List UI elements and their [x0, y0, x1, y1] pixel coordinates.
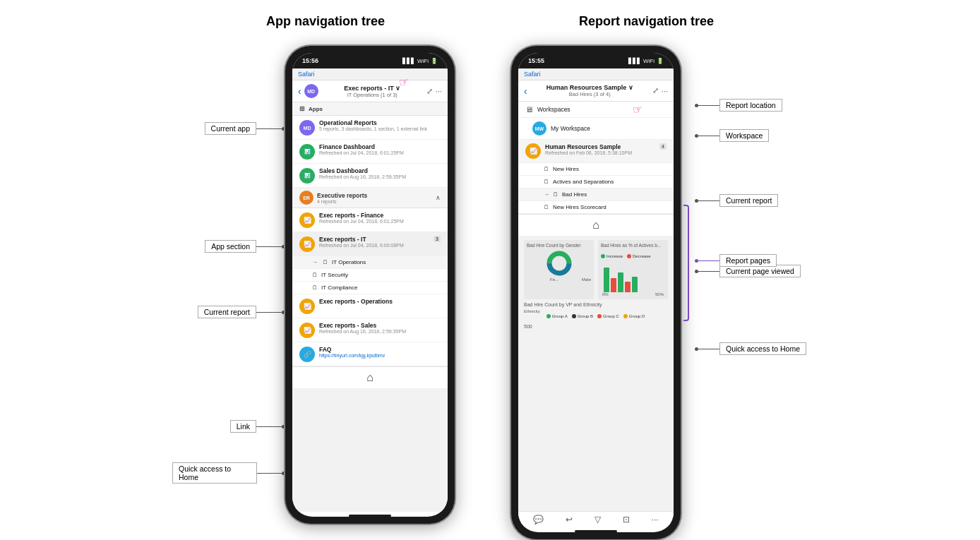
left-status-bar: 15:56 ▋▋▋ WiFi 🔋 — [292, 53, 448, 68]
undo-icon[interactable]: ↩ — [566, 515, 573, 524]
finance-dashboard-item[interactable]: 📊 Finance Dashboard Refreshed on Jul 04,… — [292, 140, 448, 164]
right-expand-icon[interactable]: ⤢ — [652, 86, 659, 95]
left-user-avatar: MD — [304, 84, 318, 98]
scorecard-page[interactable]: 🗒 New Hires Scorecard — [518, 201, 674, 214]
it-ops-title: IT Operations — [332, 259, 366, 265]
finance-sub: Refreshed on Jul 04, 2018, 6:01:25PM — [319, 150, 441, 155]
sales-text: Sales Dashboard Refreshed on Aug 16, 201… — [319, 167, 441, 179]
quick-access-left-label: Quick access to Home — [172, 462, 257, 484]
sales-dashboard-item[interactable]: 📊 Sales Dashboard Refreshed on Aug 16, 2… — [292, 164, 448, 188]
exec-chevron[interactable]: ∧ — [436, 194, 441, 201]
faq-text: FAQ https://tinyurl.com/kjg,kjsdbmv — [319, 346, 441, 358]
axis-50: 50% — [655, 292, 664, 296]
right-more-icon[interactable]: ··· — [662, 87, 668, 95]
annotation-quick-access-left: Quick access to Home — [172, 462, 285, 484]
axis-0: 0% — [602, 292, 609, 296]
left-phone-shell: 15:56 ▋▋▋ WiFi 🔋 Safari — [285, 46, 455, 524]
it-comp-icon: 🗒 — [312, 284, 318, 291]
it-security-item[interactable]: 🗒 IT Security — [292, 269, 448, 282]
workspaces-header[interactable]: 🖥 Workspaces — [518, 102, 674, 118]
bar1 — [604, 268, 609, 292]
actives-separations-page[interactable]: 🗒 Actives and Separations — [518, 176, 674, 188]
it-compliance-item[interactable]: 🗒 IT Compliance — [292, 282, 448, 294]
chart3-value: 500 — [524, 324, 668, 329]
annotation-current-report-right: Current report — [695, 194, 778, 207]
faq-title: FAQ — [319, 346, 441, 353]
right-top-bar: ‹ Human Resources Sample ∨ Bad Hires (3 … — [518, 80, 674, 102]
bad-hires-page[interactable]: → 🗒 Bad Hires — [518, 188, 674, 201]
exec-finance-text: Exec reports - Finance Refreshed on Jul … — [319, 212, 441, 224]
faq-link[interactable]: https://tinyurl.com/kjg,kjsdbmv — [319, 353, 441, 358]
left-avatar-initials: MD — [307, 89, 315, 94]
ethnicity-label-prefix: Ethnicity — [524, 309, 540, 322]
right-title-block: Human Resources Sample ∨ Bad Hires (3 of… — [530, 84, 650, 97]
annotation-report-pages: Report pages — [695, 254, 777, 267]
exec-it-item[interactable]: 📈 Exec reports - IT Refreshed on Jul 04,… — [292, 232, 448, 256]
decrease-legend: Decrease — [627, 249, 651, 262]
signal-icon: ▋▋▋ — [402, 58, 415, 64]
bar3 — [618, 272, 623, 292]
my-workspace-item[interactable]: MW My Workspace — [518, 118, 674, 140]
left-phone: 15:56 ▋▋▋ WiFi 🔋 Safari — [285, 46, 455, 524]
hr-sample-report-item[interactable]: 📈 Human Resources Sample Refreshed on Fe… — [518, 140, 674, 163]
new-hires-page[interactable]: 🗒 New Hires — [518, 163, 674, 176]
it-comp-title: IT Compliance — [321, 284, 357, 291]
ann-line-current-report — [256, 312, 282, 313]
right-annotations: Report location Workspace Current report — [695, 46, 808, 498]
exec-finance-avatar: 📈 — [299, 212, 315, 228]
ann-line-quick-access — [257, 473, 282, 474]
ann-line-link — [256, 426, 282, 427]
more-toolbar-icon[interactable]: ··· — [652, 515, 659, 524]
left-phone-wrapper: Current app App section Current report — [172, 46, 455, 524]
hr-report-avatar: 📈 — [525, 143, 541, 159]
left-more-icon[interactable]: ··· — [436, 87, 442, 95]
operational-reports-item[interactable]: MD Operational Reports 5 reports, 3 dash… — [292, 116, 448, 140]
faq-item[interactable]: 🔗 FAQ https://tinyurl.com/kjg,kjsdbmv — [292, 342, 448, 366]
left-home-button[interactable]: ⌂ — [366, 371, 374, 384]
pages-icon[interactable]: ⊡ — [623, 515, 630, 524]
wifi-icon: WiFi — [417, 58, 429, 64]
group-c-legend: Group C — [597, 309, 619, 322]
right-main-title: Human Resources Sample ∨ — [546, 84, 633, 91]
right-home-button[interactable]: ⌂ — [592, 219, 599, 232]
left-safari-label: Safari — [298, 71, 315, 78]
ethnicity-legend: Ethnicity Group A Group B Group C Group … — [524, 309, 668, 322]
left-main-title: Exec reports - IT ∨ — [344, 85, 400, 92]
bar-axis: 0% 50% — [601, 292, 665, 296]
exec-it-title: Exec reports - IT — [319, 236, 429, 243]
bad-hires-arrow: → — [544, 191, 549, 198]
it-ops-arrow: → — [312, 259, 318, 265]
exec-it-badge: 3 — [434, 236, 441, 242]
my-workspace-avatar: MW — [532, 121, 546, 136]
left-expand-icon[interactable]: ⤢ — [426, 87, 433, 96]
exec-group-icon: ER — [299, 191, 313, 205]
exec-reports-section[interactable]: ER Executive reports 4 reports ∧ — [292, 188, 448, 208]
right-screen-content: 🖥 Workspaces MW My Workspace 📈 — [518, 102, 674, 511]
it-operations-item[interactable]: → 🗒 IT Operations — [292, 256, 448, 269]
exec-icon-text: ER — [303, 196, 310, 200]
exec-ops-item[interactable]: 📈 Exec reports - Operations — [292, 294, 448, 318]
annotation-current-report-left: Current report — [198, 306, 285, 318]
exec-ops-text: Exec reports - Operations — [319, 298, 441, 305]
filter-icon[interactable]: ▽ — [594, 515, 601, 524]
it-sec-title: IT Security — [321, 272, 348, 278]
exec-finance-item[interactable]: 📈 Exec reports - Finance Refreshed on Ju… — [292, 208, 448, 232]
rann-line-workspace — [698, 136, 719, 136]
right-status-bar: 15:55 ▋▋▋ WiFi 🔋 — [518, 53, 674, 68]
left-screen-content: ⊞ Apps MD Operational Reports 5 r — [292, 102, 448, 512]
annotation-report-location: Report location — [695, 99, 782, 112]
ann-line-current-app — [256, 128, 282, 129]
current-report-left-label: Current report — [198, 306, 256, 318]
hr-report-badge: 4 — [659, 143, 667, 150]
comment-icon[interactable]: 💬 — [533, 515, 544, 524]
exec-it-sub: Refreshed on Jul 04, 2018, 6:00:08PM — [319, 243, 429, 248]
right-back-arrow[interactable]: ‹ — [524, 85, 527, 97]
group-a-legend: Group A — [546, 309, 568, 322]
exec-sales-item[interactable]: 📈 Exec reports - Sales Refreshed on Aug … — [292, 318, 448, 342]
left-back-arrow[interactable]: ‹ — [298, 85, 301, 97]
left-top-bar: ‹ MD Exec reports - IT ∨ IT Operations (… — [292, 80, 448, 102]
right-bottom-bar: ⌂ — [518, 214, 674, 236]
op-reports-avatar-text: MD — [304, 126, 311, 131]
sales-avatar: 📊 — [299, 168, 315, 184]
exec-sales-sub: Refreshed on Aug 16, 2018, 2:59:35PM — [319, 329, 441, 334]
